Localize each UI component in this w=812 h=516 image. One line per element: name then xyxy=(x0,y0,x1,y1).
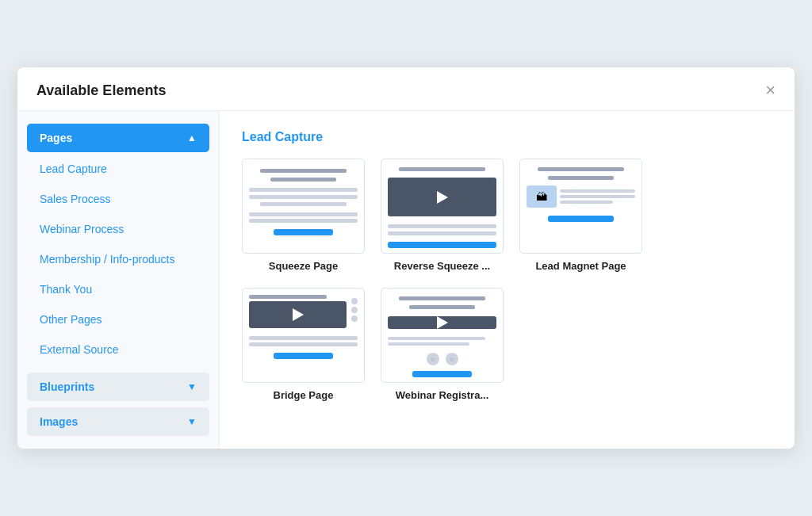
modal-body: Pages ▲ Lead Capture Sales Process Webin… xyxy=(17,111,795,449)
card-reverse-squeeze[interactable]: Reverse Squeeze ... xyxy=(381,159,504,272)
sidebar-item-other-pages[interactable]: Other Pages xyxy=(27,306,209,333)
cards-grid: Squeeze Page Reverse Squeeze ... xyxy=(242,159,772,401)
sidebar-btn-blueprints[interactable]: Blueprints ▼ xyxy=(27,373,209,401)
sidebar-btn-blueprints-label: Blueprints xyxy=(40,380,94,393)
sidebar-item-thank-you[interactable]: Thank You xyxy=(27,276,209,303)
sidebar-btn-images-label: Images xyxy=(40,415,78,428)
sidebar-btn-pages-label: Pages xyxy=(40,132,72,144)
section-title: Lead Capture xyxy=(242,130,772,144)
card-squeeze-page[interactable]: Squeeze Page xyxy=(242,159,365,272)
modal-title: Available Elements xyxy=(36,82,166,99)
sidebar-item-lead-capture[interactable]: Lead Capture xyxy=(27,155,209,182)
play-icon-webinar xyxy=(437,316,448,329)
sidebar-btn-pages[interactable]: Pages ▲ xyxy=(27,124,209,152)
avatar-1: ○ xyxy=(427,353,439,365)
main-content: Lead Capture xyxy=(220,111,795,449)
sidebar-item-sales-process[interactable]: Sales Process xyxy=(27,185,209,212)
modal: Available Elements × Pages ▲ Lead Captur… xyxy=(17,67,795,449)
avatar-2: ○ xyxy=(446,353,458,365)
card-thumb-bridge xyxy=(242,288,365,383)
card-bridge-page[interactable]: Bridge Page xyxy=(242,288,365,401)
chevron-down-icon-blueprints: ▼ xyxy=(187,381,197,392)
card-thumb-lead-magnet: 🏔 xyxy=(519,159,642,254)
card-webinar-registra[interactable]: ○ ○ Webinar Registra... xyxy=(381,288,504,401)
modal-header: Available Elements × xyxy=(17,67,795,111)
card-label-webinar-registra: Webinar Registra... xyxy=(396,389,489,401)
sidebar-item-external-source[interactable]: External Source xyxy=(27,336,209,363)
sidebar: Pages ▲ Lead Capture Sales Process Webin… xyxy=(17,111,220,449)
play-icon xyxy=(437,191,448,204)
play-icon-bridge xyxy=(293,308,304,321)
sidebar-item-webinar-process[interactable]: Webinar Process xyxy=(27,216,209,243)
image-placeholder-icon: 🏔 xyxy=(527,185,557,208)
card-thumb-squeeze xyxy=(242,159,365,254)
close-button[interactable]: × xyxy=(765,82,776,99)
sidebar-item-membership-info[interactable]: Membership / Info-products xyxy=(27,246,209,273)
card-label-lead-magnet: Lead Magnet Page xyxy=(535,260,626,272)
sidebar-btn-images[interactable]: Images ▼ xyxy=(27,407,209,436)
card-lead-magnet[interactable]: 🏔 Lead Magnet Page xyxy=(519,159,642,272)
card-thumb-reverse-squeeze xyxy=(381,159,504,254)
chevron-down-icon-images: ▼ xyxy=(187,416,197,427)
avatars-row: ○ ○ xyxy=(388,353,496,365)
chevron-up-icon: ▲ xyxy=(187,132,197,143)
card-label-squeeze: Squeeze Page xyxy=(269,260,338,272)
card-label-bridge: Bridge Page xyxy=(274,389,334,401)
card-thumb-webinar-registra: ○ ○ xyxy=(381,288,504,383)
card-label-reverse-squeeze: Reverse Squeeze ... xyxy=(394,260,490,272)
